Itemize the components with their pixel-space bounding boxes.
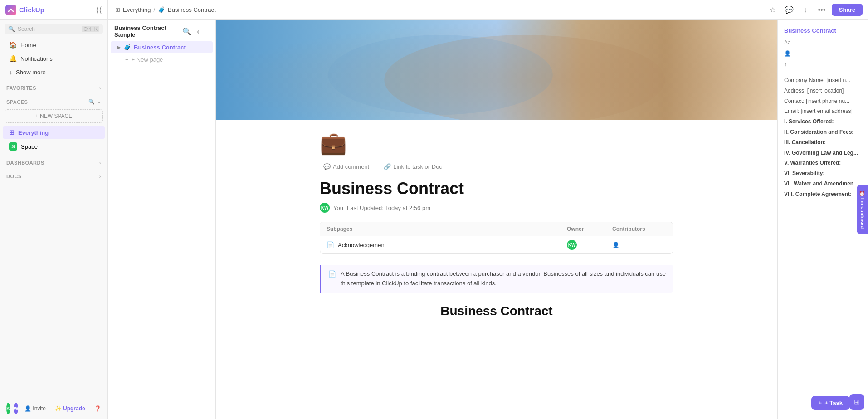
subpages-table: Subpages Owner Contributors 📄 Acknowledg… [320, 222, 673, 254]
favorites-label: FAVORITES [6, 85, 36, 91]
favorites-section: FAVORITES › [0, 79, 107, 93]
avatar-k: K [6, 403, 10, 414]
author-name: You [333, 205, 343, 211]
subpage-row[interactable]: 📄 Acknowledgement KW 👤 [320, 236, 673, 253]
breadcrumb-everything[interactable]: Everything [123, 6, 151, 13]
last-updated: Last Updated: Today at 2:56 pm [347, 205, 430, 211]
sidebar-item-home[interactable]: 🏠 Home [3, 39, 105, 51]
outline-item-7[interactable]: IV. Governing Law and Leg... [778, 148, 868, 158]
share-outline-icon: ↑ [784, 61, 787, 68]
add-contributor-icon[interactable]: 👤 [612, 242, 619, 248]
space-avatar: S [9, 142, 17, 151]
quote-block: 📄 A Business Contract is a binding contr… [320, 265, 673, 293]
doc-collapse-icon[interactable]: ⟵ [195, 26, 209, 37]
share-tool[interactable]: ↑ [778, 59, 868, 69]
doc-sidebar-header: Business Contract Sample 🔍 ⟵ [108, 20, 215, 41]
upgrade-button[interactable]: ✨ Upgrade [52, 404, 88, 413]
section-title: Business Contract [320, 304, 673, 318]
search-placeholder: Search [18, 26, 35, 32]
doc-search-icon[interactable]: 🔍 [180, 26, 193, 37]
hero-svg [216, 20, 777, 120]
sidebar-item-show-more[interactable]: ↓ Show more [3, 66, 105, 78]
briefcase-doc-icon: 🧳 [123, 44, 131, 51]
subpage-doc-icon: 📄 [327, 241, 334, 248]
grid-fab-icon: ⊞ [854, 398, 860, 406]
subpages-header: Subpages Owner Contributors [320, 222, 673, 236]
person-icon: 👤 [24, 405, 31, 412]
outline-item-11[interactable]: VIII. Complete Agreement: [778, 189, 868, 200]
outline-item-10[interactable]: VII. Waiver and Amendmen... [778, 179, 868, 189]
search-icon: 🔍 [8, 26, 15, 32]
grid-icon: ⊞ [115, 6, 120, 13]
subpages-col-owner: Owner [567, 226, 612, 232]
link-task-button[interactable]: 🔗 Link to task or Doc [380, 161, 446, 172]
outline-list: Company Name: [insert n... Address: [ins… [778, 75, 868, 200]
more-options-icon[interactable]: ••• [815, 4, 828, 16]
outline-item-0[interactable]: Company Name: [insert n... [778, 75, 868, 86]
chevron-down-icon: ↓ [9, 68, 12, 76]
business-contract-label: Business Contract [134, 44, 186, 51]
show-more-label: Show more [16, 69, 46, 76]
sidebar-item-space[interactable]: S Space [3, 140, 105, 153]
chat-icon[interactable]: 💬 [783, 4, 795, 16]
doc-tree-business-contract[interactable]: ▶ 🧳 Business Contract [111, 41, 213, 53]
doc-title: Business Contract [320, 179, 673, 198]
new-page-label: + New page [132, 56, 163, 63]
outline-item-5[interactable]: II. Consideration and Fees: [778, 127, 868, 137]
doc-sidebar: Business Contract Sample 🔍 ⟵ ▶ 🧳 Busines… [108, 20, 216, 419]
doc-meta: KW You Last Updated: Today at 2:56 pm [320, 203, 673, 213]
task-fab-label: + Task [824, 400, 843, 406]
download-icon[interactable]: ↓ [799, 4, 812, 16]
docs-chevron-icon[interactable]: › [99, 174, 101, 179]
confused-button[interactable]: ⏰ I'm confused [857, 185, 868, 234]
invite-label: Invite [33, 405, 46, 412]
help-button[interactable]: ❓ [92, 404, 104, 413]
outline-item-1[interactable]: Address: [insert location] [778, 86, 868, 96]
outline-item-4[interactable]: I. Services Offered: [778, 117, 868, 127]
outline-item-8[interactable]: V. Warranties Offered: [778, 158, 868, 168]
sidebar-item-notifications[interactable]: 🔔 Notifications [3, 52, 105, 65]
outline-item-6[interactable]: III. Cancellation: [778, 137, 868, 148]
favorites-chevron-icon[interactable]: › [99, 85, 101, 91]
breadcrumb: ⊞ Everything / 🧳 Business Contract [108, 6, 761, 13]
right-panel-tools: Aa 👤 ↑ [778, 38, 868, 73]
subpages-col-name: Subpages [327, 226, 567, 232]
link-icon: 🔗 [384, 163, 391, 170]
plus-icon: + [125, 56, 129, 63]
sidebar-item-everything[interactable]: ⊞ Everything [3, 126, 105, 139]
spaces-chevron-icon[interactable]: ⌄ [97, 99, 102, 105]
spaces-label: SPACES [6, 99, 28, 105]
space-label: Space [21, 143, 38, 150]
sidebar-footer: K W 👤 Invite ✨ Upgrade ❓ [0, 398, 107, 419]
invite-button[interactable]: 👤 Invite [22, 404, 49, 413]
add-comment-button[interactable]: 💬 Add comment [320, 161, 373, 172]
outline-item-3[interactable]: Email: [insert email address] [778, 106, 868, 117]
collapse-sidebar-icon[interactable]: ⟨⟨ [96, 5, 102, 15]
task-fab-button[interactable]: + + Task [811, 396, 850, 410]
add-comment-label: Add comment [333, 163, 369, 170]
doc-sidebar-actions: 🔍 ⟵ [180, 26, 209, 37]
spaces-search-icon[interactable]: 🔍 [88, 99, 95, 105]
subpage-owner: KW [567, 240, 612, 250]
link-task-label: Link to task or Doc [393, 163, 442, 170]
font-size-tool[interactable]: Aa [778, 38, 868, 48]
grid-fab-button[interactable]: ⊞ [849, 394, 864, 410]
share-button[interactable]: Share [832, 4, 863, 16]
bookmark-icon[interactable]: ☆ [766, 4, 779, 16]
new-space-button[interactable]: + NEW SPACE [5, 109, 103, 123]
svg-point-2 [328, 35, 553, 115]
person-tool[interactable]: 👤 [778, 49, 868, 58]
dashboards-chevron-icon[interactable]: › [99, 160, 101, 166]
docs-label: DOCS [6, 174, 22, 179]
outline-item-9[interactable]: VI. Severability: [778, 168, 868, 179]
breadcrumb-separator: / [153, 6, 155, 13]
breadcrumb-doc[interactable]: Business Contract [168, 6, 216, 13]
add-new-page[interactable]: + + New page [111, 54, 213, 65]
quote-text: A Business Contract is a binding contrac… [341, 269, 666, 288]
outline-item-2[interactable]: Contact: [insert phone nu... [778, 96, 868, 107]
clickup-logo[interactable]: ClickUp [5, 5, 44, 15]
plus-task-icon: + [819, 400, 822, 406]
search-bar[interactable]: 🔍 Search Ctrl+K [5, 24, 103, 34]
left-sidebar: 🔍 Search Ctrl+K 🏠 Home 🔔 Notifications ↓… [0, 20, 108, 419]
right-panel-title[interactable]: Business Contract [778, 25, 868, 38]
